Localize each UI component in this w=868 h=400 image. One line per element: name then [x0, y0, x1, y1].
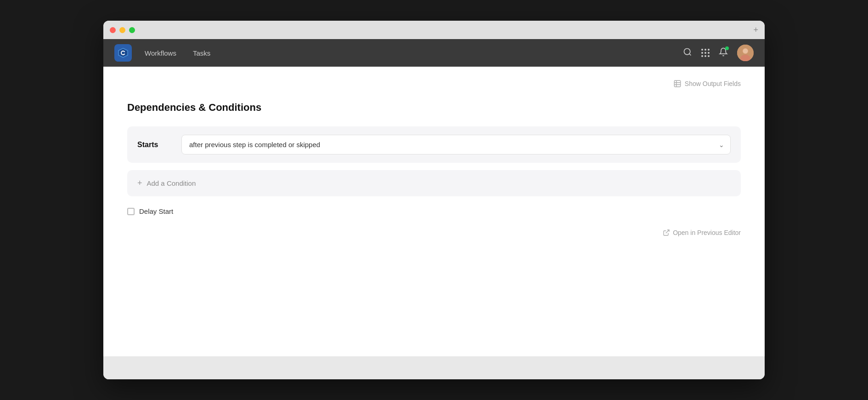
navbar-right	[683, 45, 754, 61]
navbar: Workflows Tasks	[103, 39, 765, 67]
nav-workflows[interactable]: Workflows	[141, 47, 180, 59]
svg-marker-0	[118, 48, 128, 57]
svg-point-6	[743, 49, 748, 53]
add-tab-button[interactable]: +	[753, 25, 758, 35]
starts-card: Starts after previous step is completed …	[127, 126, 741, 163]
add-condition-label: Add a Condition	[147, 179, 196, 187]
traffic-lights	[110, 27, 135, 33]
apps-button[interactable]	[701, 49, 710, 57]
starts-select-wrapper: after previous step is completed or skip…	[181, 135, 731, 154]
avatar-image	[737, 45, 754, 61]
maximize-button[interactable]	[129, 27, 135, 33]
nav-tasks[interactable]: Tasks	[189, 47, 214, 59]
svg-line-11	[666, 230, 669, 233]
starts-select[interactable]: after previous step is completed or skip…	[181, 135, 731, 154]
delay-start-label: Delay Start	[139, 207, 173, 215]
delay-start-checkbox[interactable]	[127, 208, 135, 215]
external-link-icon	[663, 229, 670, 236]
delay-start-row: Delay Start	[127, 207, 741, 215]
svg-line-2	[689, 53, 691, 55]
open-previous-editor-label: Open in Previous Editor	[673, 229, 741, 236]
minimize-button[interactable]	[119, 27, 125, 33]
bottom-bar	[103, 356, 765, 379]
notification-button[interactable]	[719, 47, 728, 59]
titlebar: +	[103, 21, 765, 39]
section-title: Dependencies & Conditions	[127, 102, 741, 114]
show-output-fields-label: Show Output Fields	[685, 80, 741, 87]
output-fields-icon	[673, 80, 682, 88]
svg-point-1	[684, 48, 690, 54]
plus-icon: +	[137, 178, 142, 188]
starts-label: Starts	[137, 141, 174, 149]
main-content: Show Output Fields Dependencies & Condit…	[103, 67, 765, 356]
app-logo[interactable]	[114, 44, 132, 62]
close-button[interactable]	[110, 27, 116, 33]
show-output-fields-button[interactable]: Show Output Fields	[127, 80, 741, 88]
search-button[interactable]	[683, 47, 692, 59]
notification-dot	[725, 46, 729, 50]
open-previous-editor-button[interactable]: Open in Previous Editor	[127, 229, 741, 236]
main-nav: Workflows Tasks	[141, 47, 214, 59]
app-window: + Workflows Tasks	[103, 21, 765, 379]
svg-rect-7	[674, 80, 681, 87]
add-condition-button[interactable]: + Add a Condition	[127, 170, 741, 196]
user-avatar[interactable]	[737, 45, 754, 61]
content-area: Show Output Fields Dependencies & Condit…	[103, 67, 765, 356]
